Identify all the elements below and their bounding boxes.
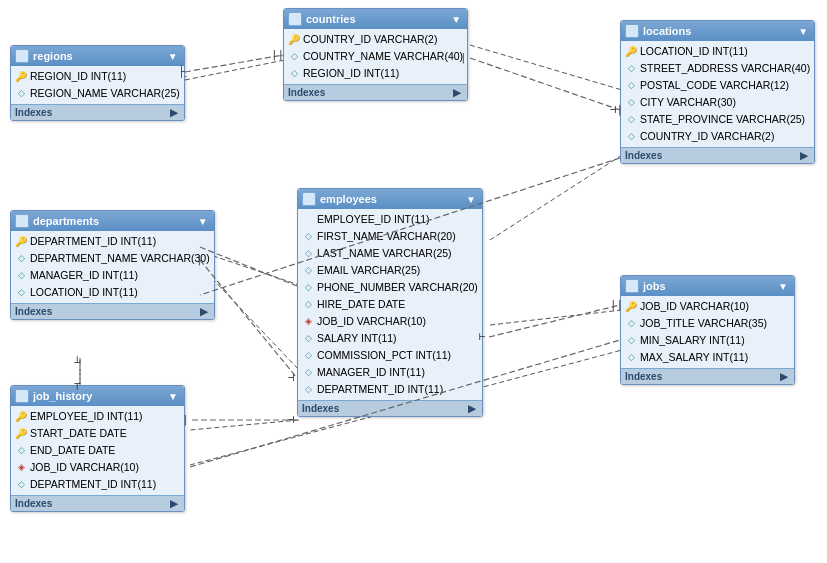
field-text: CITY VARCHAR(30) [640,95,736,110]
table-row: ◇ PHONE_NUMBER VARCHAR(20) [298,279,482,296]
table-row: 🔑 START_DATE DATE [11,425,184,442]
field-text: COUNTRY_ID VARCHAR(2) [640,129,774,144]
key-icon: 🔑 [15,236,27,248]
dropdown-arrow-departments[interactable]: ▼ [198,216,208,227]
table-job-history[interactable]: job_history ▼ 🔑 EMPLOYEE_ID INT(11) 🔑 ST… [10,385,185,512]
field-text: DEPARTMENT_ID INT(11) [30,477,156,492]
table-header-regions: regions ▼ [11,46,184,66]
table-row: ◇ JOB_TITLE VARCHAR(35) [621,315,794,332]
indexes-label: Indexes [302,403,339,414]
field-text: MANAGER_ID INT(11) [30,268,138,283]
table-title-employees: employees [320,193,377,205]
diamond-red-icon: ◈ [15,462,27,474]
diamond-icon: ◇ [625,335,637,347]
table-header-job-history: job_history ▼ [11,386,184,406]
dropdown-arrow-countries[interactable]: ▼ [451,14,461,25]
table-footer-locations[interactable]: Indexes ▶ [621,147,814,163]
table-row: 🔑 COUNTRY_ID VARCHAR(2) [284,31,467,48]
svg-line-22 [489,305,620,337]
table-header-employees: employees ▼ [298,189,482,209]
diagram-canvas: ├ ⊣ regions ▼ 🔑 REGION_ID INT(11) [0,0,827,563]
field-text: LOCATION_ID INT(11) [640,44,748,59]
table-row: ◇ POSTAL_CODE VARCHAR(12) [621,77,814,94]
table-jobs[interactable]: jobs ▼ 🔑 JOB_ID VARCHAR(10) ◇ JOB_TITLE … [620,275,795,385]
table-row: ◇ STREET_ADDRESS VARCHAR(40) [621,60,814,77]
diamond-icon: ◇ [302,333,314,345]
table-regions[interactable]: regions ▼ 🔑 REGION_ID INT(11) ◇ REGION_N… [10,45,185,121]
table-row: ◇ END_DATE DATE [11,442,184,459]
key-icon: 🔑 [625,301,637,313]
table-row: ◇ SALARY INT(11) [298,330,482,347]
table-title-locations: locations [643,25,691,37]
table-body-job-history: 🔑 EMPLOYEE_ID INT(11) 🔑 START_DATE DATE … [11,406,184,495]
field-text: REGION_ID INT(11) [30,69,126,84]
field-text: JOB_ID VARCHAR(10) [30,460,139,475]
key-icon: 🔑 [625,46,637,58]
table-body-employees: EMPLOYEE_ID INT(11) ◇ FIRST_NAME VARCHAR… [298,209,482,400]
table-body-locations: 🔑 LOCATION_ID INT(11) ◇ STREET_ADDRESS V… [621,41,814,147]
dropdown-arrow-jobs[interactable]: ▼ [778,281,788,292]
table-row: ◇ COMMISSION_PCT INT(11) [298,347,482,364]
dropdown-arrow-job-history[interactable]: ▼ [168,391,178,402]
field-text: END_DATE DATE [30,443,115,458]
indexes-label: Indexes [288,87,325,98]
table-row: 🔑 LOCATION_ID INT(11) [621,43,814,60]
table-row: ◇ COUNTRY_NAME VARCHAR(40) [284,48,467,65]
table-body-countries: 🔑 COUNTRY_ID VARCHAR(2) ◇ COUNTRY_NAME V… [284,29,467,84]
field-text: EMAIL VARCHAR(25) [317,263,420,278]
dropdown-arrow-regions[interactable]: ▼ [168,51,178,62]
table-footer-employees[interactable]: Indexes ▶ [298,400,482,416]
svg-line-0 [185,60,285,80]
table-locations[interactable]: locations ▼ 🔑 LOCATION_ID INT(11) ◇ STRE… [620,20,815,164]
table-title-job-history: job_history [33,390,92,402]
diamond-icon: ◇ [302,248,314,260]
table-footer-jobs[interactable]: Indexes ▶ [621,368,794,384]
field-text: REGION_ID INT(11) [303,66,399,81]
diamond-icon: ◇ [625,97,637,109]
table-body-departments: 🔑 DEPARTMENT_ID INT(11) ◇ DEPARTMENT_NAM… [11,231,214,303]
field-text: COUNTRY_NAME VARCHAR(40) [303,49,463,64]
table-footer-job-history[interactable]: Indexes ▶ [11,495,184,511]
key-icon: 🔑 [15,71,27,83]
table-row: ◇ DEPARTMENT_ID INT(11) [11,476,184,493]
diamond-icon: ◇ [15,479,27,491]
svg-line-4 [490,155,622,240]
diamond-icon: ◇ [625,352,637,364]
field-text: STREET_ADDRESS VARCHAR(40) [640,61,810,76]
table-header-departments: departments ▼ [11,211,214,231]
indexes-label: Indexes [625,150,662,161]
table-row: ◇ COUNTRY_ID VARCHAR(2) [621,128,814,145]
svg-line-14 [470,58,620,110]
table-departments[interactable]: departments ▼ 🔑 DEPARTMENT_ID INT(11) ◇ … [10,210,215,320]
footer-arrow: ▶ [468,403,476,414]
table-row: ◇ DEPARTMENT_ID INT(11) [298,381,482,398]
table-header-countries: countries ▼ [284,9,467,29]
table-row: ◇ LOCATION_ID INT(11) [11,284,214,301]
diamond-red-icon: ◈ [302,316,314,328]
diamond-icon: ◇ [15,445,27,457]
indexes-label: Indexes [15,306,52,317]
table-row: ◈ JOB_ID VARCHAR(10) [11,459,184,476]
footer-arrow: ▶ [780,371,788,382]
table-footer-departments[interactable]: Indexes ▶ [11,303,214,319]
table-icon-employees [302,192,316,206]
field-text: START_DATE DATE [30,426,127,441]
diamond-icon: ◇ [625,318,637,330]
table-row: EMPLOYEE_ID INT(11) [298,211,482,228]
table-icon-locations [625,24,639,38]
table-body-jobs: 🔑 JOB_ID VARCHAR(10) ◇ JOB_TITLE VARCHAR… [621,296,794,368]
field-text: PHONE_NUMBER VARCHAR(20) [317,280,478,295]
table-employees[interactable]: employees ▼ EMPLOYEE_ID INT(11) ◇ FIRST_… [297,188,483,417]
table-footer-regions[interactable]: Indexes ▶ [11,104,184,120]
dropdown-arrow-employees[interactable]: ▼ [466,194,476,205]
diamond-icon: ◇ [625,114,637,126]
diamond-icon: ◇ [15,287,27,299]
table-row: 🔑 EMPLOYEE_ID INT(11) [11,408,184,425]
diamond-icon: ◇ [302,350,314,362]
table-countries[interactable]: countries ▼ 🔑 COUNTRY_ID VARCHAR(2) ◇ CO… [283,8,468,101]
svg-line-8 [190,420,299,430]
dropdown-arrow-locations[interactable]: ▼ [798,26,808,37]
key-icon: 🔑 [15,411,27,423]
table-icon-departments [15,214,29,228]
table-footer-countries[interactable]: Indexes ▶ [284,84,467,100]
